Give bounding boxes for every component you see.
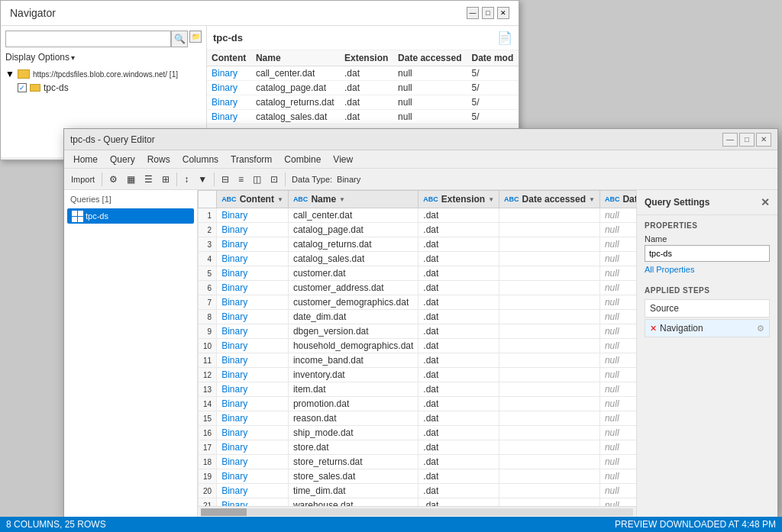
table-cell: .dat <box>418 469 499 484</box>
row-number: 10 <box>199 339 217 353</box>
remove-icon: ⊡ <box>270 174 278 185</box>
table-cell: null <box>599 353 636 368</box>
tpcds-checkbox[interactable]: ✓ <box>18 83 27 92</box>
tb-sort-btn[interactable]: ↕ <box>180 171 192 188</box>
table-cell[interactable]: Binary <box>217 295 289 310</box>
qe-minimize-btn[interactable]: — <box>722 133 738 147</box>
toolbar-separator-4 <box>285 172 286 186</box>
table-cell: .dat <box>418 310 499 324</box>
tb-filter-btn[interactable]: ▼ <box>194 171 211 188</box>
qe-window-controls: — □ ✕ <box>722 133 771 147</box>
filter-icon: ▼ <box>198 174 207 185</box>
table-cell[interactable]: Binary <box>217 426 289 440</box>
table-cell: null <box>599 252 636 266</box>
tb-icon-btn-2[interactable]: ▦ <box>123 171 139 188</box>
table-cell[interactable]: Binary <box>217 397 289 411</box>
display-options-btn[interactable]: Display Options <box>5 52 202 63</box>
horizontal-scrollbar[interactable] <box>198 506 636 517</box>
menu-item-combine[interactable]: Combine <box>278 153 327 166</box>
navigator-preview-icon: 📄 <box>497 31 512 45</box>
table-cell[interactable]: Binary <box>217 498 289 507</box>
query-item-tpc-ds[interactable]: tpc-ds <box>67 208 194 224</box>
table-cell[interactable]: Binary <box>217 223 289 237</box>
navigator-minimize-btn[interactable]: — <box>467 7 479 19</box>
table-cell[interactable]: Binary <box>217 469 289 484</box>
table-cell[interactable]: Binary <box>217 310 289 324</box>
folder-icon-small <box>30 84 40 92</box>
table-cell[interactable]: Binary <box>217 353 289 368</box>
table-row: 16Binaryship_mode.dat.datnull5/1/2017 11… <box>199 426 637 440</box>
all-properties-link[interactable]: All Properties <box>645 265 770 274</box>
table-row: 14Binarypromotion.dat.datnull5/1/2017 11… <box>199 397 637 411</box>
table-row: 4Binarycatalog_sales.dat.datnull5/1/2017… <box>199 252 637 266</box>
tb-icon-btn-4[interactable]: ⊞ <box>158 171 173 188</box>
tb-cols-btn[interactable]: ⊟ <box>218 171 233 188</box>
query-settings-panel: Query Settings ✕ PROPERTIES Name All Pro… <box>636 190 777 517</box>
step-item-navigation[interactable]: ✕Navigation⚙ <box>645 319 770 337</box>
table-cell[interactable]: Binary <box>217 484 289 498</box>
col-header-extension[interactable]: ABCExtension▼ <box>418 191 499 208</box>
menu-item-rows[interactable]: Rows <box>141 153 176 166</box>
navigator-search-input[interactable] <box>5 31 171 47</box>
nav-tree-tpcds-item[interactable]: ✓ tpc-ds <box>18 81 202 95</box>
navigator-close-btn[interactable]: ✕ <box>497 7 509 19</box>
menu-item-query[interactable]: Query <box>104 153 141 166</box>
table-cell: .dat <box>418 382 499 397</box>
data-table: ABCContent▼ABCName▼ABCExtension▼ABCDate … <box>198 190 636 506</box>
import-btn[interactable]: Import <box>67 171 99 188</box>
table-cell[interactable]: Binary <box>217 252 289 266</box>
tb-icon-btn-3[interactable]: ☰ <box>141 171 157 188</box>
steps-list: Source✕Navigation⚙ <box>645 299 770 337</box>
table-cell[interactable]: Binary <box>217 411 289 426</box>
table-cell: null <box>599 397 636 411</box>
table-cell: customer.dat <box>288 266 418 281</box>
tb-remove-btn[interactable]: ⊡ <box>267 171 282 188</box>
row-number: 3 <box>199 237 217 252</box>
table-cell[interactable]: Binary <box>217 208 289 223</box>
navigator-search-button[interactable]: 🔍 <box>171 31 188 47</box>
table-cell: null <box>599 382 636 397</box>
tb-rows-btn[interactable]: ≡ <box>234 171 247 188</box>
row-number: 20 <box>199 484 217 498</box>
table-cell: inventory.dat <box>288 368 418 382</box>
col-header-name[interactable]: ABCName▼ <box>288 191 418 208</box>
table-cell[interactable]: Binary <box>217 266 289 281</box>
name-input[interactable] <box>645 245 770 262</box>
settings-close-btn[interactable]: ✕ <box>761 196 770 208</box>
col-header-date-accessed[interactable]: ABCDate accessed▼ <box>499 191 600 208</box>
col-header-label: Content <box>240 194 274 205</box>
step-item-source[interactable]: Source <box>645 299 770 318</box>
navigator-folder-btn[interactable]: 📁 <box>189 31 202 43</box>
tb-keep-btn[interactable]: ◫ <box>249 171 265 188</box>
step-gear-icon[interactable]: ⚙ <box>757 324 764 334</box>
table-cell[interactable]: Binary <box>217 324 289 339</box>
menu-item-view[interactable]: View <box>327 153 359 166</box>
table-cell: null <box>599 266 636 281</box>
menu-item-home[interactable]: Home <box>67 153 104 166</box>
table-cell[interactable]: Binary <box>217 455 289 469</box>
table-scroll-area[interactable]: ABCContent▼ABCName▼ABCExtension▼ABCDate … <box>198 190 636 506</box>
table-cell[interactable]: Binary <box>217 237 289 252</box>
col-header-content[interactable]: ABCContent▼ <box>217 191 289 208</box>
qe-maximize-btn[interactable]: □ <box>739 133 755 147</box>
navigator-maximize-btn[interactable]: □ <box>482 7 494 19</box>
query-editor-titlebar: tpc-ds - Query Editor — □ ✕ <box>64 129 777 150</box>
table-cell[interactable]: Binary <box>217 281 289 295</box>
table-cell[interactable]: Binary <box>217 382 289 397</box>
row-number-header <box>199 191 217 208</box>
table-cell[interactable]: Binary <box>217 368 289 382</box>
scrollbar-thumb[interactable] <box>201 508 247 516</box>
table-cell: null <box>599 484 636 498</box>
table-cell: .dat <box>418 498 499 507</box>
tb-icon-btn-1[interactable]: ⚙ <box>105 171 121 188</box>
table-cell[interactable]: Binary <box>217 339 289 353</box>
table-cell: ship_mode.dat <box>288 426 418 440</box>
qe-close-btn[interactable]: ✕ <box>756 133 771 147</box>
menu-item-transform[interactable]: Transform <box>225 153 278 166</box>
scrollbar-track[interactable] <box>201 508 633 516</box>
menu-item-columns[interactable]: Columns <box>176 153 225 166</box>
table-cell[interactable]: Binary <box>217 440 289 455</box>
table-cell: customer_demographics.dat <box>288 295 418 310</box>
col-header-date-modified[interactable]: ABCDate modified▼ <box>599 191 636 208</box>
nav-tree-root-item[interactable]: ▼ https://tpcdsfiles.blob.core.windows.n… <box>5 67 202 81</box>
